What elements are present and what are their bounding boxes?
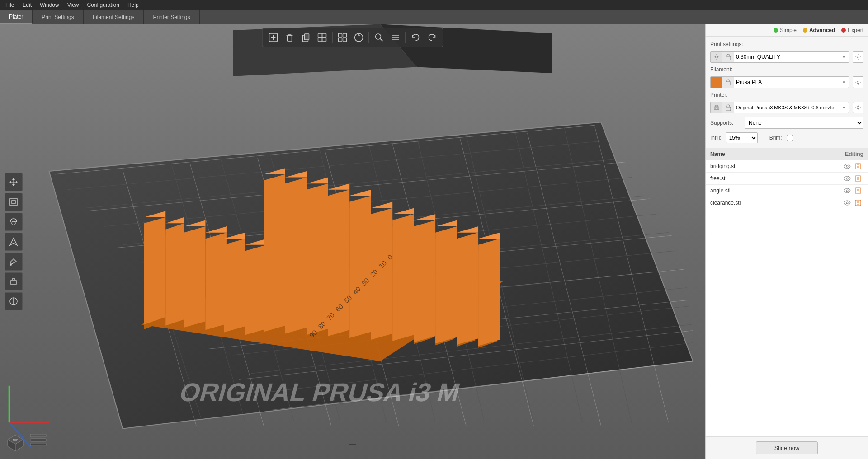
svg-marker-121	[457, 233, 478, 345]
tab-filament-settings[interactable]: Filament Settings	[84, 10, 144, 24]
printer-select[interactable]: Original Prusa i3 MK3S & MK3S+ 0.6 nozzl…	[710, 102, 849, 113]
tool-cut[interactable]	[5, 233, 23, 251]
toolbar-orientate-btn[interactable]	[352, 30, 366, 45]
svg-text:TOP: TOP	[13, 439, 18, 441]
supports-label: Supports:	[710, 120, 742, 126]
svg-point-24	[10, 264, 12, 266]
object-eye-1[interactable]	[842, 176, 853, 181]
svg-marker-106	[349, 196, 371, 338]
toolbar-instances-btn[interactable]	[315, 30, 330, 45]
toolbar-search-btn[interactable]	[372, 30, 387, 45]
toolbar-add-btn[interactable]	[266, 30, 281, 45]
object-row-0: bridging.stl	[706, 160, 868, 173]
mode-simple[interactable]: Simple	[774, 27, 797, 33]
menu-edit[interactable]: Edit	[19, 1, 35, 9]
right-panel: Simple Advanced Expert Print settings:	[705, 24, 868, 459]
mode-expert-dot	[841, 28, 846, 33]
tool-seam[interactable]	[5, 292, 23, 310]
svg-point-22	[12, 221, 15, 225]
tab-printer-settings[interactable]: Printer Settings	[144, 10, 199, 24]
print-settings-config-icon[interactable]	[853, 51, 863, 63]
settings-area: Print settings: 0.30mm QUALITY ▼	[706, 37, 868, 148]
svg-point-155	[857, 107, 859, 109]
menubar: File Edit Window View Configuration Help	[0, 0, 868, 10]
mode-selector: Simple Advanced Expert	[706, 24, 868, 37]
mode-expert-label: Expert	[848, 27, 863, 33]
svg-rect-13	[343, 38, 347, 42]
svg-point-148	[857, 56, 859, 58]
print-settings-select[interactable]: 0.30mm QUALITY ▼	[710, 51, 849, 63]
object-edit-1[interactable]	[853, 175, 863, 182]
toolbar-copy-btn[interactable]	[299, 30, 313, 45]
tool-move[interactable]	[5, 173, 23, 191]
infill-brim-row: Infill: 15% Brim:	[710, 132, 863, 143]
mode-expert[interactable]: Expert	[841, 27, 863, 33]
svg-marker-124	[478, 239, 500, 346]
cube-gizmo[interactable]: TOP	[5, 431, 26, 451]
print-settings-lock-icon	[722, 51, 734, 63]
toolbar-redo-btn[interactable]	[425, 30, 439, 45]
toolbar-delete-btn[interactable]	[283, 30, 297, 45]
filament-select[interactable]: Prusa PLA ▼	[710, 76, 849, 88]
svg-rect-10	[339, 33, 342, 37]
tab-print-settings[interactable]: Print Settings	[33, 10, 83, 24]
svg-text:ORIGINAL PRUSA i3 M: ORIGINAL PRUSA i3 M	[177, 378, 463, 407]
object-edit-2[interactable]	[853, 187, 863, 194]
object-row-1: free.stl	[706, 173, 868, 185]
svg-rect-9	[322, 37, 326, 42]
tool-scale[interactable]	[5, 193, 23, 211]
viewport[interactable]: ORIGINAL PRUSA i3 M	[0, 24, 705, 459]
svg-point-162	[846, 202, 848, 204]
mode-advanced[interactable]: Advanced	[803, 27, 835, 33]
svg-rect-5	[305, 34, 309, 40]
svg-rect-12	[339, 38, 342, 42]
menu-file[interactable]: File	[2, 1, 18, 9]
object-eye-0[interactable]	[842, 164, 853, 169]
object-edit-3[interactable]	[853, 199, 863, 206]
mode-advanced-label: Advanced	[809, 27, 835, 33]
toolbar-undo-btn[interactable]	[409, 30, 423, 45]
svg-rect-3	[288, 36, 292, 41]
tabbar: Plater Print Settings Filament Settings …	[0, 10, 868, 24]
printer-config-icon[interactable]	[853, 102, 863, 113]
print-settings-value: 0.30mm QUALITY	[734, 54, 840, 60]
toolbar	[262, 28, 443, 47]
menu-view[interactable]: View	[64, 1, 83, 9]
object-row-2: angle.stl	[706, 185, 868, 197]
toolbar-settings-btn[interactable]	[388, 30, 403, 45]
object-eye-2[interactable]	[842, 188, 853, 193]
svg-point-158	[846, 178, 848, 179]
printer-arrow[interactable]: ▼	[840, 105, 849, 110]
brim-label: Brim:	[769, 135, 782, 141]
supports-select[interactable]: None	[745, 117, 863, 129]
filament-arrow[interactable]: ▼	[840, 80, 849, 85]
svg-rect-149	[726, 82, 731, 85]
layers-gizmo[interactable]	[28, 431, 48, 451]
menu-help[interactable]: Help	[124, 1, 142, 9]
col-name-header: Name	[710, 151, 845, 157]
svg-marker-85	[205, 233, 226, 330]
mode-advanced-dot	[803, 28, 807, 33]
tab-plater[interactable]: Plater	[0, 10, 33, 24]
brim-checkbox[interactable]	[787, 135, 793, 141]
object-name-3: clearance.stl	[710, 200, 842, 206]
mode-simple-label: Simple	[780, 27, 797, 33]
object-edit-0[interactable]	[853, 163, 863, 170]
tool-rotate[interactable]	[5, 213, 23, 231]
tool-paint[interactable]	[5, 253, 23, 271]
svg-rect-8	[318, 37, 322, 42]
infill-select[interactable]: 15%	[726, 132, 758, 143]
svg-marker-76	[144, 217, 165, 324]
menu-configuration[interactable]: Configuration	[84, 1, 123, 9]
filament-config-icon[interactable]	[853, 76, 863, 88]
svg-rect-153	[715, 108, 718, 109]
toolbar-arrange-btn[interactable]	[335, 30, 350, 45]
main-area: ORIGINAL PRUSA i3 M	[0, 24, 868, 459]
menu-window[interactable]: Window	[36, 1, 63, 9]
svg-marker-79	[165, 223, 184, 326]
tool-support-paint[interactable]	[5, 272, 23, 290]
print-settings-arrow[interactable]: ▼	[840, 55, 849, 60]
object-eye-3[interactable]	[842, 200, 853, 206]
svg-rect-144	[30, 439, 46, 441]
slice-button[interactable]: Slice now	[756, 441, 818, 454]
